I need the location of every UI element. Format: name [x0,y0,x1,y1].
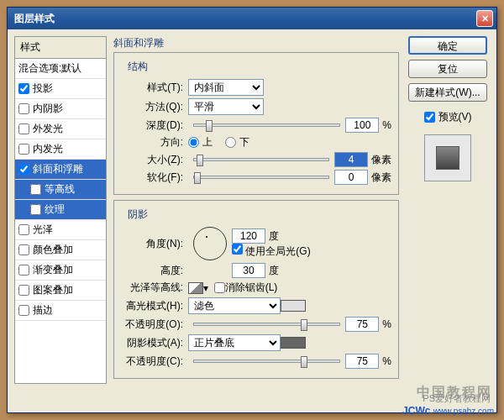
soften-slider[interactable] [193,176,329,179]
style-item-patternoverlay[interactable]: 图案叠加 [15,281,106,301]
styles-header[interactable]: 样式 [15,37,106,59]
style-checkbox[interactable] [18,144,29,155]
style-checkbox[interactable] [18,83,29,94]
style-select[interactable]: 内斜面 [188,79,264,96]
chevron-down-icon[interactable]: ▾ [203,282,208,294]
highlight-opacity-input[interactable] [345,317,379,332]
preview-box [424,134,471,181]
gloss-contour-label: 光泽等高线: [121,281,188,295]
style-checkbox[interactable] [18,123,29,134]
shadow-opacity-label: 不透明度(C): [121,354,188,369]
bevel-title: 斜面和浮雕 [113,36,399,50]
settings-panel: 斜面和浮雕 结构 样式(T):内斜面 方法(Q):平滑 深度(D):% 方向:上… [113,36,399,384]
shading-group: 阴影 角度(N):度 使用全局光(G) 高度:度 光泽等高线:▾ 消除锯齿(L)… [113,200,399,379]
style-checkbox[interactable] [30,204,41,215]
preview-checkbox[interactable] [424,112,435,123]
size-label: 大小(Z): [121,153,188,167]
shadow-mode-label: 阴影模式(A): [121,336,188,350]
technique-label: 方法(Q): [121,100,188,114]
preview-thumbnail [436,146,459,170]
style-item-innerglow[interactable]: 内发光 [15,139,106,160]
highlight-mode-select[interactable]: 滤色 [188,297,281,314]
style-item-dropshadow[interactable]: 投影 [15,79,106,99]
style-item-coloroverlay[interactable]: 颜色叠加 [15,240,106,260]
shadow-mode-select[interactable]: 正片叠底 [188,334,281,351]
style-checkbox[interactable] [18,305,29,316]
structure-label: 结构 [128,60,391,74]
new-style-button[interactable]: 新建样式(W)... [408,83,487,102]
blend-options-row[interactable]: 混合选项:默认 [15,59,106,79]
style-item-gradientoverlay[interactable]: 渐变叠加 [15,260,106,281]
shadow-opacity-input[interactable] [345,354,379,369]
style-item-stroke[interactable]: 描边 [15,301,106,321]
highlight-opacity-label: 不透明度(O): [121,318,188,332]
styles-list: 样式 混合选项:默认 投影 内阴影 外发光 内发光 斜面和浮雕 等高线 纹理 光… [14,36,107,384]
highlight-mode-label: 高光模式(H): [121,299,188,313]
style-item-texture[interactable]: 纹理 [15,200,106,220]
gloss-contour-picker[interactable] [188,282,203,294]
watermark-sub: PS爱好者教程网 [423,392,491,405]
style-item-contour[interactable]: 等高线 [15,180,106,200]
close-button[interactable]: ✕ [476,10,493,27]
global-light-checkbox[interactable] [232,244,243,255]
shading-label: 阴影 [128,207,391,222]
direction-down-radio[interactable] [225,137,236,148]
titlebar[interactable]: 图层样式 ✕ [8,8,496,29]
style-checkbox[interactable] [18,224,29,235]
window-title: 图层样式 [11,12,476,26]
angle-label: 角度(N): [121,237,188,251]
structure-group: 结构 样式(T):内斜面 方法(Q):平滑 深度(D):% 方向:上 下 大小(… [113,52,399,195]
style-item-outerglow[interactable]: 外发光 [15,119,106,139]
shadow-opacity-slider[interactable] [193,360,340,363]
style-item-bevel[interactable]: 斜面和浮雕 [15,160,106,180]
soften-label: 软化(F): [121,171,188,185]
style-item-innershadow[interactable]: 内阴影 [15,99,106,119]
reset-button[interactable]: 复位 [408,60,487,78]
altitude-input[interactable] [232,263,265,278]
depth-label: 深度(D): [121,118,188,133]
style-label: 样式(T): [121,81,188,95]
angle-dial[interactable] [193,227,227,260]
style-checkbox[interactable] [18,244,29,255]
shadow-color-swatch[interactable] [281,337,306,349]
style-checkbox[interactable] [18,265,29,276]
direction-label: 方向: [121,135,188,150]
style-checkbox[interactable] [18,285,29,296]
highlight-opacity-slider[interactable] [193,323,340,326]
style-checkbox[interactable] [18,164,29,175]
depth-input[interactable] [345,118,379,133]
direction-up-radio[interactable] [188,137,199,148]
ok-button[interactable]: 确定 [408,36,487,55]
right-panel: 确定 复位 新建样式(W)... 预览(V) [406,36,490,384]
antialias-checkbox[interactable] [214,282,225,293]
depth-slider[interactable] [193,123,340,127]
style-item-satin[interactable]: 光泽 [15,220,106,240]
highlight-color-swatch[interactable] [281,300,306,312]
angle-input[interactable] [232,228,265,244]
style-checkbox[interactable] [18,103,29,114]
technique-select[interactable]: 平滑 [188,98,264,115]
soften-input[interactable] [334,170,368,185]
watermark-logo: JCWc www.psahz.com [402,405,494,417]
style-checkbox[interactable] [30,184,41,195]
size-slider[interactable] [193,158,329,161]
size-input[interactable] [334,152,368,167]
altitude-label: 高度: [121,264,188,278]
layer-style-dialog: 图层样式 ✕ 样式 混合选项:默认 投影 内阴影 外发光 内发光 斜面和浮雕 等… [7,7,497,413]
